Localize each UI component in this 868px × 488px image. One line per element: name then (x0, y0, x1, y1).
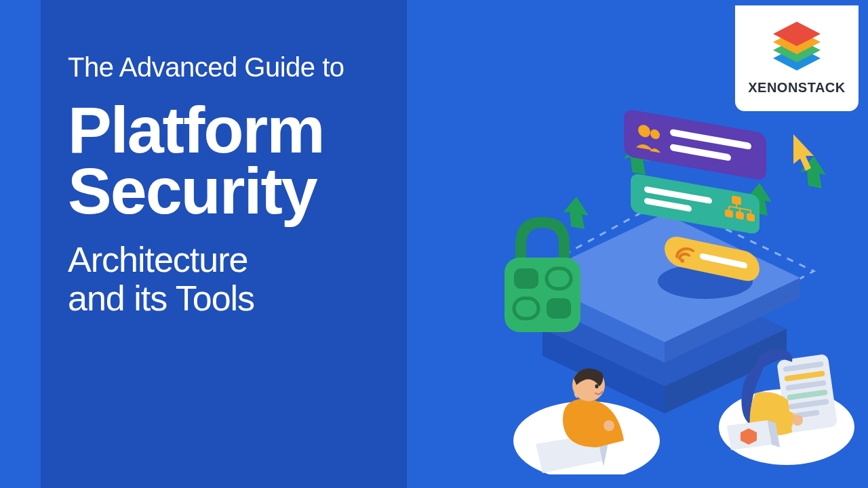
title: Platform Security (68, 100, 380, 222)
hero-illustration (434, 95, 854, 474)
subtitle-line-1: Architecture (68, 241, 380, 279)
svg-point-29 (595, 384, 599, 388)
stack-logo-icon (770, 22, 824, 73)
svg-point-27 (604, 420, 614, 431)
svg-rect-22 (514, 268, 538, 289)
subtitle: Architecture and its Tools (68, 241, 380, 317)
lock-icon (505, 217, 580, 332)
hero-panel: The Advanced Guide to Platform Security … (41, 0, 407, 488)
svg-rect-25 (547, 298, 571, 319)
title-line-2: Security (68, 161, 380, 222)
svg-rect-21 (505, 258, 580, 332)
svg-rect-12 (747, 214, 754, 221)
pretitle: The Advanced Guide to (68, 51, 380, 83)
svg-point-38 (792, 415, 803, 426)
title-line-1: Platform (68, 100, 380, 161)
subtitle-line-2: and its Tools (68, 279, 380, 317)
svg-rect-9 (732, 196, 741, 204)
card-users (624, 108, 766, 181)
svg-rect-11 (736, 212, 743, 220)
svg-rect-10 (726, 210, 732, 218)
brand-name: XENONSTACK (748, 80, 846, 96)
